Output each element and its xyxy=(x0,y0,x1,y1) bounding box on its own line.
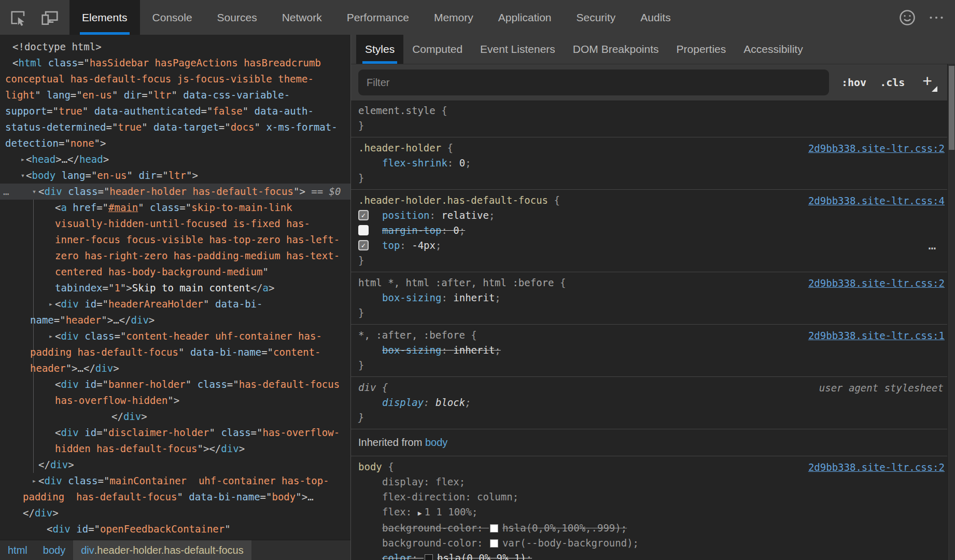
sidebar-tab-properties[interactable]: Properties xyxy=(668,35,735,64)
dom-tree-row[interactable]: …▾<div class="header-holder has-default-… xyxy=(0,184,350,200)
breadcrumb-item[interactable]: html xyxy=(0,540,35,560)
disclosure-triangle-icon[interactable]: ▸ xyxy=(18,151,28,167)
css-property-name[interactable]: flex xyxy=(382,506,406,517)
css-property-line[interactable]: box-sizing: inherit; xyxy=(358,290,940,305)
css-property-value[interactable]: -4px xyxy=(412,240,436,251)
css-property-name[interactable]: display xyxy=(382,397,424,408)
css-selector[interactable]: html *, html :after, html :before xyxy=(358,277,554,288)
color-swatch[interactable] xyxy=(425,554,433,560)
css-property-name[interactable]: display xyxy=(382,476,424,487)
toolbar-tab-memory[interactable]: Memory xyxy=(422,0,486,35)
dom-tree-row[interactable]: <a href="#main" class="skip-to-main-link… xyxy=(0,200,350,296)
breadcrumb-item[interactable]: div.header-holder.has-default-focus xyxy=(73,540,251,560)
dom-tree-row[interactable]: </div> xyxy=(0,457,350,473)
dom-tree-row[interactable]: ▾<body lang="en-us" dir="ltr"> xyxy=(0,167,350,184)
css-property-value[interactable]: 1 1 100% xyxy=(424,506,472,517)
css-property-line[interactable]: color: hsla(0,0%,9%,1); xyxy=(358,551,940,560)
toolbar-tab-console[interactable]: Console xyxy=(140,0,205,35)
css-property-line[interactable]: display: flex; xyxy=(358,474,940,489)
css-selector[interactable]: body xyxy=(358,461,382,472)
css-selector[interactable]: div xyxy=(358,382,376,393)
css-property-name[interactable]: box-sizing xyxy=(382,292,441,303)
css-property-checkbox[interactable]: ✓ xyxy=(358,240,369,250)
toolbar-tab-sources[interactable]: Sources xyxy=(205,0,270,35)
sidebar-tab-computed[interactable]: Computed xyxy=(403,35,471,64)
breadcrumb-item[interactable]: body xyxy=(35,540,73,560)
class-toggle-button[interactable]: .cls xyxy=(880,76,905,89)
css-property-value[interactable]: flex xyxy=(436,476,459,487)
dom-tree-row[interactable]: </div> xyxy=(0,409,350,425)
css-property-line[interactable]: background-color: hsla(0,0%,100%,.999); xyxy=(358,521,940,536)
css-resource-link[interactable]: 2d9bb338.site-ltr.css:1 xyxy=(808,328,945,343)
css-property-value[interactable]: block xyxy=(436,397,465,408)
css-property-line[interactable]: flex-direction: column; xyxy=(358,489,940,505)
dom-tree-row[interactable]: ▸<head>…</head> xyxy=(0,151,350,167)
css-property-line[interactable]: flex: ▶1 1 100%; xyxy=(358,505,940,521)
css-property-name[interactable]: box-sizing xyxy=(382,344,441,356)
device-toolbar-icon[interactable] xyxy=(39,7,60,28)
css-property-line[interactable]: background-color: var(--body-background)… xyxy=(358,536,940,551)
css-property-line[interactable]: flex-shrink: 0; xyxy=(358,156,940,171)
css-property-checkbox[interactable]: ✓ xyxy=(358,210,369,220)
css-property-name[interactable]: flex-direction xyxy=(382,491,465,502)
css-property-value[interactable]: column xyxy=(477,491,513,502)
css-property-value[interactable]: 0 xyxy=(459,157,465,169)
feedback-smiley-icon[interactable] xyxy=(897,7,918,28)
css-selector[interactable]: .header-holder.has-default-focus xyxy=(358,194,548,206)
disclosure-triangle-icon[interactable]: ▸ xyxy=(29,473,39,489)
css-selector[interactable]: .header-holder xyxy=(358,142,441,153)
sidebar-tab-event-listeners[interactable]: Event Listeners xyxy=(471,35,564,64)
toolbar-tab-audits[interactable]: Audits xyxy=(628,0,683,35)
toolbar-tab-performance[interactable]: Performance xyxy=(334,0,422,35)
toolbar-tab-elements[interactable]: Elements xyxy=(69,0,140,35)
css-property-name[interactable]: top xyxy=(382,240,400,251)
dom-tree-row[interactable]: ▸<div class="mainContainer uhf-container… xyxy=(0,473,350,521)
css-property-name[interactable]: background-color xyxy=(382,522,477,534)
css-property-value[interactable]: relative xyxy=(441,209,489,221)
inspect-icon[interactable] xyxy=(7,7,28,28)
css-property-line[interactable]: ✓top: -4px; xyxy=(358,238,940,253)
more-menu-icon[interactable] xyxy=(926,7,947,28)
sidebar-tab-styles[interactable]: Styles xyxy=(356,35,403,64)
toolbar-tab-network[interactable]: Network xyxy=(270,0,334,35)
css-selector[interactable]: *, :after, :before xyxy=(358,329,465,341)
disclosure-triangle-icon[interactable]: ▸ xyxy=(46,328,56,344)
css-selector[interactable]: element.style xyxy=(358,105,436,116)
sidebar-tab-accessibility[interactable]: Accessibility xyxy=(735,35,811,64)
sidebar-tab-dom-breakpoints[interactable]: DOM Breakpoints xyxy=(564,35,668,64)
dom-tree-row[interactable]: ▸<div class="content-header uhf-containe… xyxy=(0,328,350,376)
css-property-name[interactable]: position xyxy=(382,209,430,221)
disclosure-triangle-icon[interactable]: ▾ xyxy=(18,167,28,184)
css-property-value[interactable]: 0 xyxy=(453,225,459,236)
color-swatch[interactable] xyxy=(490,539,498,548)
disclosure-triangle-icon[interactable]: ▾ xyxy=(29,184,39,200)
css-property-value[interactable]: var(--body-background) xyxy=(502,537,633,549)
css-property-checkbox[interactable] xyxy=(358,225,369,235)
css-property-value[interactable]: inherit xyxy=(453,344,495,356)
dom-tree-row[interactable]: <html class="hasSidebar hasPageActions h… xyxy=(0,55,350,151)
css-property-name[interactable]: flex-shrink xyxy=(382,157,447,169)
css-property-value[interactable]: hsla(0,0%,9%,1) xyxy=(437,552,526,560)
css-resource-link[interactable]: 2d9bb338.site-ltr.css:4 xyxy=(808,193,945,208)
css-resource-link[interactable]: 2d9bb338.site-ltr.css:2 xyxy=(808,141,945,156)
css-property-line[interactable]: display: block; xyxy=(358,395,940,410)
toolbar-tab-application[interactable]: Application xyxy=(486,0,564,35)
dom-tree-row[interactable]: <div id="banner-holder" class="has-defau… xyxy=(0,376,350,409)
css-property-value[interactable]: inherit xyxy=(453,292,495,303)
dom-tree-row[interactable]: <div id="disclaimer-holder" class="has-o… xyxy=(0,425,350,457)
expand-shorthand-icon[interactable]: ▶ xyxy=(418,509,422,517)
css-resource-link[interactable]: 2d9bb338.site-ltr.css:2 xyxy=(808,276,945,291)
styles-filter-input[interactable] xyxy=(358,69,829,95)
css-property-line[interactable]: ✓position: relative; xyxy=(358,208,940,223)
css-property-name[interactable]: color xyxy=(382,552,412,560)
css-property-line[interactable]: margin-top: 0; xyxy=(358,223,940,238)
new-style-rule-button[interactable]: + xyxy=(918,73,936,92)
pseudo-state-button[interactable]: :hov xyxy=(841,76,866,89)
more-actions-button[interactable]: ⋯ xyxy=(929,241,937,256)
dom-tree-row[interactable]: <!doctype html> xyxy=(0,39,350,55)
css-property-name[interactable]: background-color xyxy=(382,537,477,549)
color-swatch[interactable] xyxy=(490,524,498,533)
toolbar-tab-security[interactable]: Security xyxy=(564,0,628,35)
css-resource-link[interactable]: 2d9bb338.site-ltr.css:2 xyxy=(808,460,945,475)
dom-tree-row[interactable]: ▸<div id="headerAreaHolder" data-bi-name… xyxy=(0,296,350,328)
